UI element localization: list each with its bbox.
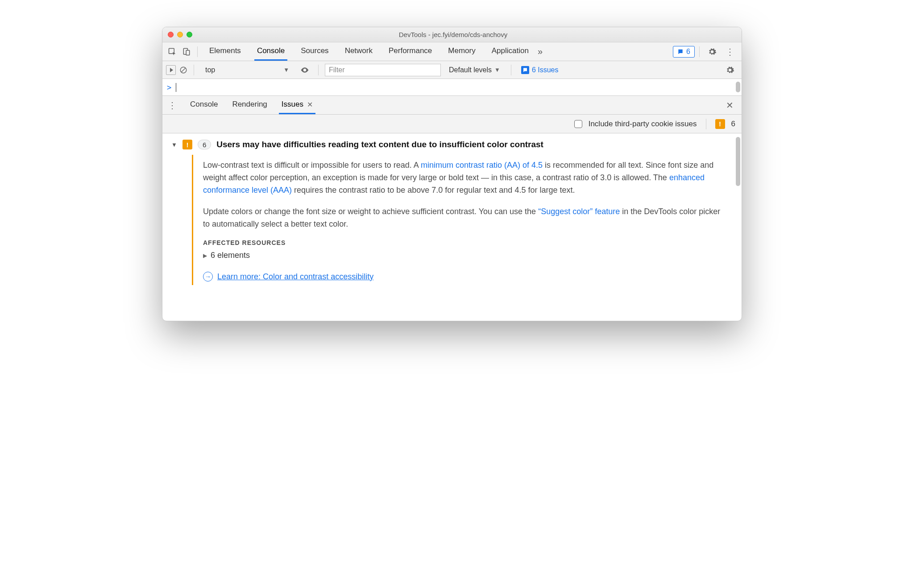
scrollbar-thumb[interactable] (736, 137, 740, 186)
affected-elements-label: 6 elements (211, 251, 250, 260)
link-min-contrast-aa[interactable]: minimum contrast ratio (AA) of 4.5 (421, 161, 543, 170)
main-menu-icon[interactable]: ⋮ (722, 46, 738, 57)
window-title: DevTools - jec.fyi/demo/cds-anchovy (192, 31, 714, 38)
chevron-down-icon: ▼ (494, 66, 500, 73)
window-controls (168, 32, 192, 37)
close-drawer-icon[interactable]: ✕ (722, 100, 738, 111)
log-levels-label: Default levels (449, 66, 492, 74)
close-window[interactable] (168, 32, 174, 37)
filter-input[interactable] (325, 64, 441, 76)
issue-paragraph-2: Update colors or change the font size or… (203, 206, 728, 231)
warning-icon: ! (715, 119, 725, 129)
speech-icon (521, 66, 529, 74)
disclosure-triangle-icon[interactable]: ▼ (171, 141, 177, 148)
device-toggle-icon[interactable] (180, 46, 193, 58)
issues-counter-pill[interactable]: 6 (673, 46, 695, 58)
drawer-tab-rendering[interactable]: Rendering (229, 96, 270, 114)
issue-title: Users may have difficulties reading text… (216, 140, 543, 149)
chevron-down-icon: ▼ (283, 66, 289, 73)
tab-application[interactable]: Application (489, 42, 531, 61)
execution-context-icon[interactable] (166, 65, 176, 75)
issues-link-label: 6 Issues (532, 66, 559, 74)
main-toolbar: Elements Console Sources Network Perform… (162, 42, 742, 61)
warning-icon: ! (182, 140, 192, 149)
disclosure-triangle-icon: ▶ (203, 253, 207, 259)
zoom-window[interactable] (187, 32, 192, 37)
issues-counter-value: 6 (686, 48, 690, 56)
drawer-tabs: ⋮ Console Rendering Issues ✕ ✕ (162, 96, 742, 115)
more-tabs-icon[interactable]: » (533, 46, 547, 57)
context-selector-value: top (205, 66, 283, 74)
text-cursor (176, 83, 176, 92)
log-levels-selector[interactable]: Default levels ▼ (444, 66, 505, 74)
drawer-menu-icon[interactable]: ⋮ (166, 100, 178, 111)
clear-console-icon[interactable] (179, 66, 187, 74)
inspect-icon[interactable] (166, 46, 178, 58)
affected-elements-row[interactable]: ▶ 6 elements (203, 251, 728, 260)
settings-icon[interactable] (704, 47, 720, 56)
drawer-tab-issues[interactable]: Issues ✕ (279, 96, 315, 114)
live-expression-icon[interactable] (298, 66, 312, 75)
issues-toolbar: Include third-party cookie issues ! 6 (162, 115, 742, 133)
panel-tabs: Elements Console Sources Network Perform… (207, 42, 531, 61)
learn-more-link[interactable]: Learn more: Color and contrast accessibi… (217, 272, 373, 282)
tab-sources[interactable]: Sources (298, 42, 331, 61)
console-settings-icon[interactable] (722, 66, 738, 75)
context-selector[interactable]: top ▼ (200, 65, 294, 75)
tab-network[interactable]: Network (342, 42, 375, 61)
arrow-circle-icon: → (203, 272, 213, 282)
drawer-tab-issues-label: Issues (282, 100, 303, 109)
issue-header[interactable]: ▼ ! 6 Users may have difficulties readin… (171, 140, 733, 149)
titlebar: DevTools - jec.fyi/demo/cds-anchovy (162, 27, 742, 42)
minimize-window[interactable] (177, 32, 183, 37)
console-filter-bar: top ▼ Default levels ▼ 6 Issues (162, 61, 742, 79)
console-prompt[interactable]: > (162, 79, 742, 96)
devtools-window: DevTools - jec.fyi/demo/cds-anchovy Elem… (162, 27, 742, 321)
tab-console[interactable]: Console (254, 42, 287, 61)
affected-resources-heading: AFFECTED RESOURCES (203, 239, 728, 246)
scrollbar-thumb[interactable] (736, 82, 740, 92)
drawer-tab-console[interactable]: Console (187, 96, 220, 114)
issues-panel: ▼ ! 6 Users may have difficulties readin… (162, 133, 742, 321)
issues-link[interactable]: 6 Issues (518, 66, 562, 74)
tab-elements[interactable]: Elements (207, 42, 244, 61)
issue-count-badge: 6 (198, 140, 211, 149)
learn-more-row: → Learn more: Color and contrast accessi… (203, 272, 728, 282)
close-tab-icon[interactable]: ✕ (307, 100, 313, 109)
svg-rect-2 (186, 50, 190, 55)
include-cookies-label: Include third-party cookie issues (589, 120, 697, 128)
chevron-right-icon: > (167, 83, 171, 92)
issue-paragraph-1: Low-contrast text is difficult or imposs… (203, 159, 728, 197)
tab-memory[interactable]: Memory (445, 42, 478, 61)
tab-performance[interactable]: Performance (386, 42, 435, 61)
issues-total-count: 6 (731, 120, 735, 128)
link-suggest-color[interactable]: “Suggest color” feature (538, 207, 620, 216)
svg-line-4 (182, 68, 186, 72)
include-cookies-checkbox[interactable] (574, 120, 582, 128)
issue-detail: Low-contrast text is difficult or imposs… (192, 155, 733, 285)
